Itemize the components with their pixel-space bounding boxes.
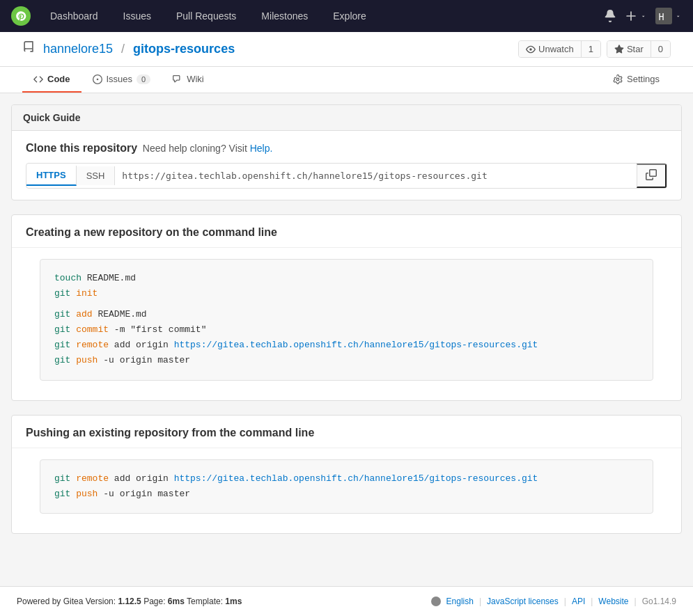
clone-section: Clone this repository Need help cloning?… bbox=[12, 131, 681, 200]
add-button[interactable] bbox=[625, 10, 647, 22]
footer-language-link[interactable]: English bbox=[446, 597, 474, 606]
code-line-2: git init bbox=[54, 286, 639, 301]
star-button[interactable]: Star bbox=[607, 41, 651, 57]
user-menu-button[interactable]: H bbox=[655, 8, 682, 24]
unwatch-count[interactable]: 1 bbox=[581, 41, 600, 57]
clone-copy-button[interactable] bbox=[637, 164, 667, 188]
code-line-1: touch README.md bbox=[54, 271, 639, 286]
page-footer: Powered by Gitea Version: 1.12.5 Page: 6… bbox=[0, 586, 693, 616]
code-line-5: git remote add origin https://gitea.tech… bbox=[54, 338, 639, 353]
new-repo-card: Creating a new repository on the command… bbox=[11, 214, 682, 401]
unwatch-button-group: Unwatch 1 bbox=[518, 40, 601, 58]
site-logo[interactable] bbox=[11, 6, 31, 26]
repo-owner-link[interactable]: hannelore15 bbox=[43, 42, 113, 56]
star-count[interactable]: 0 bbox=[651, 41, 670, 57]
repo-separator: / bbox=[121, 42, 125, 56]
footer-template-label: Template: bbox=[187, 597, 225, 606]
repo-title-area: hannelore15 / gitops-resources bbox=[22, 41, 235, 57]
unwatch-label: Unwatch bbox=[538, 44, 574, 54]
tab-wiki[interactable]: Wiki bbox=[162, 67, 215, 93]
footer-website-link[interactable]: Website bbox=[598, 597, 628, 606]
code-blank-1 bbox=[54, 301, 639, 307]
top-navigation: Dashboard Issues Pull Requests Milestone… bbox=[0, 0, 693, 32]
quick-guide-header: Quick Guide bbox=[12, 105, 681, 131]
tab-settings[interactable]: Settings bbox=[602, 67, 671, 93]
main-content: Quick Guide Clone this repository Need h… bbox=[0, 93, 693, 586]
footer-page-label: Page: bbox=[143, 597, 168, 606]
footer-links: English | JavaScript licenses | API | We… bbox=[431, 597, 676, 606]
footer-js-licenses-link[interactable]: JavaScript licenses bbox=[487, 597, 559, 606]
star-label: Star bbox=[627, 44, 644, 54]
nav-milestones[interactable]: Milestones bbox=[256, 8, 313, 24]
nav-explore[interactable]: Explore bbox=[327, 8, 371, 24]
code-line-6: git push -u origin master bbox=[54, 353, 639, 368]
tab-settings-label: Settings bbox=[627, 74, 660, 84]
existing-repo-title: Pushing an existing repository from the … bbox=[12, 416, 681, 448]
clone-help-link[interactable]: Help. bbox=[250, 143, 273, 154]
clone-https-tab[interactable]: HTTPS bbox=[26, 166, 77, 186]
gitea-version: 1.12.5 bbox=[118, 597, 141, 606]
exist-code-line-1: git remote add origin https://gitea.tech… bbox=[54, 471, 639, 487]
clone-ssh-tab[interactable]: SSH bbox=[77, 166, 116, 185]
nav-icons: H bbox=[604, 8, 682, 24]
footer-go-version: Go1.14.9 bbox=[642, 597, 676, 606]
tab-issues-label: Issues bbox=[107, 74, 133, 84]
nav-pull-requests[interactable]: Pull Requests bbox=[171, 8, 242, 24]
new-repo-code-area: touch README.md git init git add README.… bbox=[12, 248, 681, 400]
new-repo-code-block: touch README.md git init git add README.… bbox=[40, 259, 653, 381]
notifications-button[interactable] bbox=[604, 10, 616, 22]
unwatch-button[interactable]: Unwatch bbox=[519, 41, 581, 57]
repo-header: hannelore15 / gitops-resources Unwatch 1… bbox=[0, 32, 693, 67]
footer-version-info: Powered by Gitea Version: 1.12.5 Page: 6… bbox=[17, 597, 242, 606]
repo-action-buttons: Unwatch 1 Star 0 bbox=[518, 40, 671, 58]
existing-repo-code-block: git remote add origin https://gitea.tech… bbox=[40, 459, 653, 514]
quick-guide-card: Quick Guide Clone this repository Need h… bbox=[11, 104, 682, 200]
tab-issues[interactable]: Issues 0 bbox=[81, 67, 162, 93]
code-line-4: git commit -m "first commit" bbox=[54, 322, 639, 338]
clone-title-row: Clone this repository Need help cloning?… bbox=[26, 142, 667, 155]
footer-api-link[interactable]: API bbox=[572, 597, 585, 606]
star-button-group: Star 0 bbox=[607, 40, 671, 58]
clone-url-row: HTTPS SSH bbox=[26, 163, 667, 189]
repo-name-link[interactable]: gitops-resources bbox=[133, 42, 235, 56]
existing-repo-code-area: git remote add origin https://gitea.tech… bbox=[12, 448, 681, 533]
tab-wiki-label: Wiki bbox=[187, 74, 204, 84]
tab-code[interactable]: Code bbox=[22, 67, 81, 93]
nav-dashboard[interactable]: Dashboard bbox=[45, 8, 104, 24]
tab-code-label: Code bbox=[47, 74, 70, 84]
clone-title: Clone this repository bbox=[26, 142, 137, 154]
footer-template-time: 1ms bbox=[225, 597, 242, 606]
footer-page-time: 6ms bbox=[168, 597, 185, 606]
powered-by-text: Powered by Gitea Version: bbox=[17, 597, 118, 606]
code-line-3: git add README.md bbox=[54, 307, 639, 322]
existing-repo-card: Pushing an existing repository from the … bbox=[11, 415, 682, 534]
repo-book-icon bbox=[22, 41, 35, 57]
globe-icon bbox=[431, 597, 441, 606]
issues-badge: 0 bbox=[137, 74, 150, 84]
svg-text:H: H bbox=[659, 11, 664, 22]
clone-url-input[interactable] bbox=[115, 166, 637, 185]
clone-help-text: Need help cloning? Visit Help. bbox=[140, 143, 272, 154]
repo-tabs-bar: Code Issues 0 Wiki Settings bbox=[0, 67, 693, 93]
exist-code-line-2: git push -u origin master bbox=[54, 487, 639, 502]
new-repo-title: Creating a new repository on the command… bbox=[12, 215, 681, 248]
nav-issues[interactable]: Issues bbox=[118, 8, 157, 24]
